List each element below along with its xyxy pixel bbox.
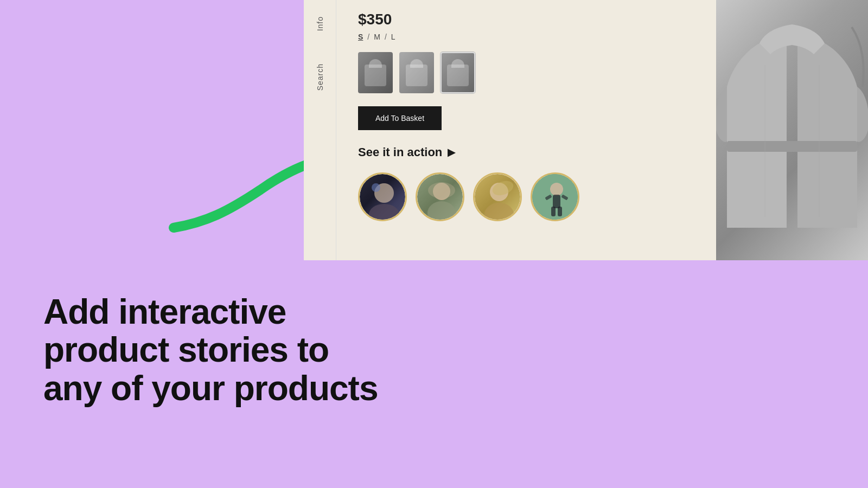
see-in-action-label: See it in action	[358, 145, 442, 159]
product-panel: Info Search $350 S / M / L	[304, 0, 868, 260]
headline-line3: any of your products	[43, 369, 378, 407]
size-separator-2: /	[385, 33, 387, 41]
story-circle-2[interactable]	[416, 172, 464, 221]
main-headline: Add interactive product stories to any o…	[43, 293, 378, 407]
story-circle-1[interactable]	[358, 172, 407, 221]
tab-search[interactable]: Search	[316, 63, 324, 91]
svg-point-5	[427, 201, 456, 221]
color-thumb-2[interactable]	[399, 52, 434, 93]
svg-point-8	[484, 203, 514, 221]
size-s[interactable]: S	[358, 33, 363, 41]
size-m[interactable]: M	[374, 33, 380, 41]
size-separator: /	[367, 33, 369, 41]
avatar-2	[417, 174, 463, 220]
headline-line2: product stories to	[43, 331, 378, 369]
svg-rect-6	[428, 182, 455, 198]
page-wrapper: In Fb Tw Info Search	[0, 0, 868, 488]
svg-rect-16	[558, 207, 562, 216]
svg-point-2	[369, 204, 399, 221]
product-image-right	[716, 0, 868, 260]
bottom-section: Add interactive product stories to any o…	[0, 260, 868, 488]
color-thumb-3[interactable]	[441, 52, 475, 93]
size-l[interactable]: L	[391, 33, 395, 41]
tab-info[interactable]: Info	[316, 16, 324, 31]
headline-line1: Add interactive	[43, 293, 378, 331]
color-thumb-1[interactable]	[358, 52, 393, 93]
avatar-4	[532, 174, 578, 220]
svg-point-11	[550, 183, 563, 196]
play-icon: ▶	[448, 146, 455, 158]
add-to-basket-button[interactable]: Add To Basket	[358, 106, 442, 130]
avatar-3	[475, 174, 520, 220]
svg-rect-17	[727, 141, 857, 152]
svg-rect-12	[553, 195, 560, 208]
coat-svg	[716, 0, 868, 260]
story-circle-4[interactable]	[531, 172, 579, 221]
coat-image	[716, 0, 868, 260]
svg-rect-15	[551, 207, 556, 216]
svg-point-3	[372, 183, 380, 192]
avatar-1	[360, 174, 405, 220]
left-area: In Fb Tw	[0, 0, 304, 260]
story-circle-3[interactable]	[473, 172, 522, 221]
sidebar-tabs: Info Search	[304, 0, 336, 260]
top-section: In Fb Tw Info Search	[0, 0, 868, 260]
